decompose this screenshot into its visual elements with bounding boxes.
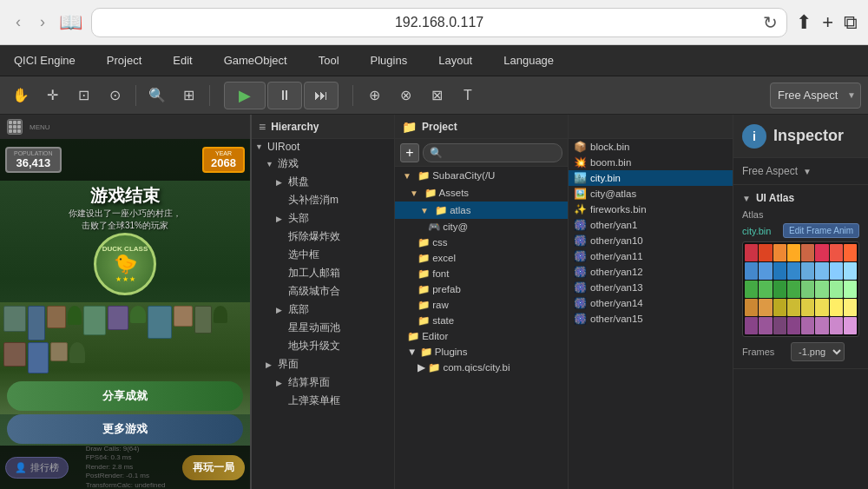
frames-select[interactable]: -1.png [791,342,845,361]
game-subtitle-2: 击败了全球31%的玩家 [0,220,250,232]
tree-item-block-up[interactable]: 地块升级文 [252,337,394,355]
tree-item-bottom[interactable]: ▶ 底部 [252,301,394,319]
menu-item-tool[interactable]: Tool [312,50,346,70]
tree-item-menu[interactable]: 上弹菜单框 [252,392,394,410]
browser-back-button[interactable]: ‹ [10,10,26,35]
edit-frame-anim-button[interactable]: Edit Frame Anim [783,223,859,238]
file-tree-raw[interactable]: 📁 raw [395,297,568,313]
tree-item-settle[interactable]: ▶ 结算界面 [252,373,394,392]
file-item-yan12[interactable]: 🎆 other/yan12 [569,264,733,280]
file-item-yan10[interactable]: 🎆 other/yan10 [569,233,733,248]
tree-item-explode[interactable]: 拆除爆炸效 [252,228,394,246]
file-item-block-bin[interactable]: 📦 block.bin [569,139,733,155]
atlas-cell-18 [759,281,772,298]
atlas-cell-30 [815,299,828,316]
tree-item-city[interactable]: 高级城市合 [252,282,394,301]
toolbar: ✋ ✛ ⊡ ⊙ 🔍 ⊞ ▶ ⏸ ⏭ ⊕ ⊗ ⊠ T Free Aspect 4:… [0,76,868,115]
game-subtitle-1: 你建设出了一座小巧的村庄， [0,208,250,220]
free-aspect-wrapper[interactable]: Free Aspect 4:3 16:9 16:10 ▼ [770,83,861,109]
more-games-button[interactable]: 更多游戏 [7,414,243,444]
toolbar-hand-tool[interactable]: ✋ [7,82,35,109]
atlas-section-arrow: ▼ [742,194,751,203]
menu-item-qici[interactable]: QICI Engine [7,50,82,70]
toolbar-pivot-tool[interactable]: ⊗ [391,82,419,109]
file-tree-plugins[interactable]: ▼ 📁 Plugins [395,344,568,360]
browser-refresh-button[interactable]: ↻ [763,12,778,33]
file-item-boom-bin[interactable]: 💥 boom.bin [569,155,733,170]
free-aspect-select[interactable]: Free Aspect 4:3 16:9 16:10 [770,83,861,109]
toolbar-align-tool[interactable]: ⊠ [423,82,450,109]
replay-button[interactable]: 再玩一局 [182,455,245,480]
file-tree-cityat[interactable]: 🎮 city@ [395,219,568,235]
project-search-input[interactable] [423,143,562,162]
menu-item-gameobject[interactable]: GameObject [217,50,294,70]
toolbar-circle-tool[interactable]: ⊙ [101,82,128,109]
menu-item-plugins[interactable]: Plugins [364,50,415,70]
tree-item-stars[interactable]: 星星动画池 [252,319,394,337]
tree-item-head[interactable]: ▶ 头部 [252,209,394,228]
toolbar-zoom-tool[interactable]: 🔍 [143,82,171,109]
browser-share-button[interactable]: ⬆ [796,11,812,34]
file-item-yan11[interactable]: 🎆 other/yan11 [569,248,733,264]
project-header: 📁 Project [395,115,568,139]
yan1-icon: 🎆 [574,219,587,231]
browser-add-tab-button[interactable]: + [822,11,833,34]
toolbar-text-tool[interactable]: T [454,82,482,109]
share-achievement-button[interactable]: 分享成就 [7,381,243,411]
file-item-yan14[interactable]: 🎆 other/yan14 [569,295,733,311]
toolbar-anchor-tool[interactable]: ⊕ [360,82,388,109]
building-10 [28,342,49,373]
tree-item-ui[interactable]: ▶ 界面 [252,355,394,373]
yan11-icon: 🎆 [574,250,587,262]
tree-item-uiroot[interactable]: ▼ UIRoot [252,139,394,155]
menu-label-item: 上弹菜单框 [288,393,391,408]
leaderboard-button[interactable]: 👤 排行榜 [5,457,69,479]
file-tree-font[interactable]: 📁 font [395,266,568,281]
toolbar-grid-tool[interactable]: ⊞ [174,82,202,109]
file-tree-excel[interactable]: 📁 excel [395,250,568,266]
browser-forward-button[interactable]: › [35,10,50,35]
file-tree-css[interactable]: 📁 css [395,235,568,250]
game-title: 游戏结束 [0,184,250,208]
file-tree-comqics[interactable]: ▶ 📁 com.qics/city.bi [395,360,568,375]
file-tree-state[interactable]: 📁 state [395,313,568,328]
play-button[interactable]: ▶ [224,82,266,109]
menu-item-language[interactable]: Language [496,50,561,70]
tree-item-game[interactable]: ▼ 游戏 [252,155,394,173]
file-tree-assets[interactable]: ▼ 📁 Assets [395,184,568,202]
file-item-city-atlas[interactable]: 🖼️ city@atlas [569,186,733,202]
project-add-button[interactable]: + [400,143,419,162]
step-button[interactable]: ⏭ [304,82,339,109]
atlas-cell-13 [801,262,814,280]
menu-item-layout[interactable]: Layout [431,50,479,70]
atlas-cell-29 [801,299,814,316]
file-item-van15[interactable]: 🎆 other/van15 [569,311,733,327]
building-7 [174,306,193,327]
building-1 [3,306,26,332]
pause-button[interactable]: ⏸ [267,82,302,109]
tree-item-worker[interactable]: 加工人邮箱 [252,264,394,282]
file-tree-prefab[interactable]: 📁 prefab [395,281,568,297]
file-item-fireworks-bin[interactable]: ✨ fireworks.bin [569,202,733,217]
file-tree-editor[interactable]: 📁 Editor [395,328,568,344]
menu-item-edit[interactable]: Edit [166,50,199,70]
building-3 [47,306,66,328]
file-item-city-bin[interactable]: 🏙️ city.bin [569,170,733,186]
project-folder-icon: 📁 [402,120,417,134]
city-atlas-label: city@atlas [590,188,636,199]
project-panel: 📁 Project + 🔍 ▼ 📁 SubaraCity(/U ▼ 📁 Asse… [395,115,569,489]
toolbar-rect-tool[interactable]: ⊡ [69,82,97,109]
toolbar-move-tool[interactable]: ✛ [38,82,66,109]
menu-item-project[interactable]: Project [100,50,148,70]
file-tree-atlas[interactable]: ▼ 📁 atlas [395,202,568,219]
file-tree-subaracity[interactable]: ▼ 📁 SubaraCity(/U [395,167,568,184]
browser-bookmark-button[interactable]: 📖 [59,11,82,34]
tree-item-head-comp[interactable]: 头补偿消m [252,191,394,209]
subaracity-label: 📁 SubaraCity(/U [418,169,495,182]
tree-item-chess[interactable]: ▶ 棋盘 [252,173,394,191]
file-item-yan13[interactable]: 🎆 other/yan13 [569,280,733,295]
tree-item-select[interactable]: 选中框 [252,246,394,264]
file-item-yan1[interactable]: 🎆 other/yan1 [569,217,733,233]
browser-tabs-button[interactable]: ⧉ [844,11,858,34]
star-3: ★ [129,275,135,283]
